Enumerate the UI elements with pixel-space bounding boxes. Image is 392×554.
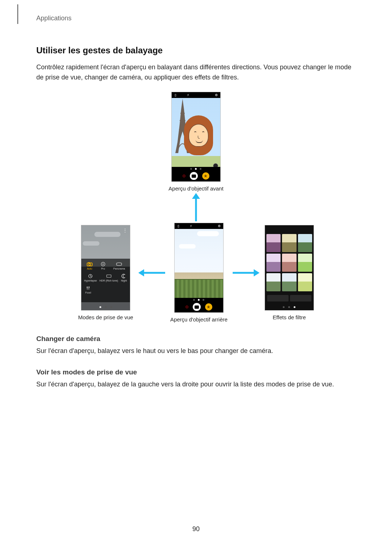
svg-marker-10	[138, 269, 144, 276]
figure-rear-preview: ▯ ⚡︎ ⚙	[170, 223, 228, 323]
flash-icon: ⚡︎	[189, 224, 193, 228]
swipe-left-arrow-icon	[138, 268, 165, 278]
subheading-switch-camera: Changer de caméra	[36, 335, 356, 343]
intro-paragraph: Contrôlez rapidement l'écran d'aperçu en…	[36, 62, 356, 82]
paragraph-switch-camera: Sur l'écran d'aperçu, balayez vers le ha…	[36, 346, 356, 356]
phone-mock-front: ▯ ⚡︎ ⚙	[171, 92, 221, 182]
mode-hdr: HDR (Rich tone)	[99, 274, 118, 282]
effects-button: ★	[205, 303, 212, 311]
svg-point-6	[102, 263, 104, 265]
caption-filters: Effets de filtre	[273, 314, 306, 320]
modes-panel: ⋮ Auto Pro Panorama Hyperlapse HDR (Rich…	[81, 225, 130, 311]
camera-bottom-bar: ★	[172, 171, 220, 181]
more-icon: ⋮	[123, 227, 128, 233]
mode-food: Food	[85, 286, 91, 294]
mode-night: Night	[121, 274, 127, 282]
swipe-right-arrow-icon	[233, 268, 260, 278]
record-button	[183, 175, 185, 177]
filters-panel	[265, 225, 314, 311]
svg-rect-3	[88, 262, 90, 263]
svg-point-4	[89, 263, 90, 265]
shutter-button	[193, 303, 201, 311]
effects-button: ★	[202, 172, 209, 180]
flash-icon: ⚡︎	[186, 93, 190, 97]
caption-modes: Modes de prise de vue	[78, 314, 133, 320]
figure-front-preview: ▯ ⚡︎ ⚙	[168, 92, 223, 192]
avatar-selfie	[184, 115, 213, 155]
camera-bottom-bar: ★	[175, 301, 223, 312]
figure-filters: Effets de filtre	[265, 225, 314, 320]
mode-pro: Pro	[100, 262, 106, 270]
record-button	[185, 305, 188, 308]
caption-front: Aperçu d'objectif avant	[168, 185, 223, 192]
svg-rect-8	[107, 275, 111, 278]
caption-rear: Aperçu d'objectif arrière	[170, 316, 228, 323]
paragraph-view-modes: Sur l'écran d'aperçu, balayez de la gauc…	[36, 379, 356, 389]
mode-panorama: Panorama	[113, 262, 125, 270]
camera-topbar: ▯ ⚡︎ ⚙	[172, 92, 220, 98]
phone-mock-rear: ▯ ⚡︎ ⚙	[174, 223, 224, 313]
mode-hyperlapse: Hyperlapse	[84, 274, 97, 282]
page-number: 90	[0, 525, 392, 533]
breadcrumb: Applications	[36, 15, 72, 22]
aspect-icon: ▯	[177, 224, 180, 228]
swipe-up-arrow-icon	[191, 193, 201, 221]
shutter-button	[190, 172, 198, 180]
gear-icon: ⚙	[215, 93, 218, 97]
page-title: Utiliser les gestes de balayage	[36, 45, 356, 56]
gear-icon: ⚙	[217, 224, 221, 228]
header-divider	[17, 4, 18, 24]
figure-modes: ⋮ Auto Pro Panorama Hyperlapse HDR (Rich…	[78, 225, 133, 320]
aspect-icon: ▯	[174, 93, 177, 97]
svg-marker-12	[254, 269, 260, 276]
mode-auto: Auto	[86, 262, 93, 270]
camera-topbar: ▯ ⚡︎ ⚙	[175, 223, 223, 229]
subheading-view-modes: Voir les modes de prise de vue	[36, 368, 356, 376]
svg-marker-1	[192, 193, 200, 199]
